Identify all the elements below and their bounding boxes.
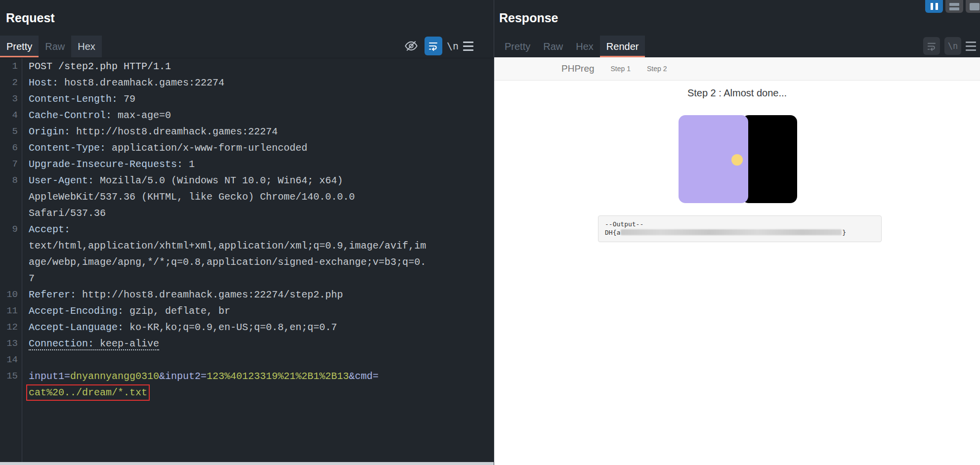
single-pane-layout-button[interactable]	[966, 0, 980, 13]
redacted-flag	[621, 229, 842, 235]
request-line: 13Connection: keep-alive	[0, 336, 494, 352]
response-editor-toolbar: \n	[923, 36, 976, 56]
request-line: Safari/537.36	[0, 205, 494, 221]
word-wrap-toggle-disabled[interactable]	[923, 37, 940, 55]
request-line: 14	[0, 352, 494, 368]
request-line: 5Origin: http://host8.dreamhack.games:22…	[0, 124, 494, 140]
tab-hex[interactable]: Hex	[71, 36, 102, 57]
request-line: 9Accept:	[0, 221, 494, 238]
tab-render[interactable]: Render	[600, 36, 645, 57]
repeater-layout-controls	[925, 0, 980, 13]
request-panel: Request PrettyRawHex \n 1POST /step2.php…	[0, 0, 494, 465]
door-opening	[742, 115, 797, 203]
request-editor-toolbar: \n	[402, 35, 473, 57]
output-label: --Output--	[605, 220, 875, 228]
tab-pretty[interactable]: Pretty	[0, 36, 39, 57]
request-line: cat%20../dream/*.txt	[0, 384, 494, 401]
rendered-page: PHPreg Step 1Step 2 Step 2 : Almost done…	[494, 57, 980, 465]
pause-button[interactable]	[925, 0, 943, 13]
request-line: 12Accept-Language: ko-KR,ko;q=0.9,en-US;…	[0, 319, 494, 336]
request-line: 2Host: host8.dreamhack.games:22274	[0, 75, 494, 91]
request-line: 11Accept-Encoding: gzip, deflate, br	[0, 303, 494, 319]
door-knob	[731, 154, 743, 166]
request-line: AppleWebKit/537.36 (KHTML, like Gecko) C…	[0, 189, 494, 205]
horizontal-scrollbar[interactable]	[0, 462, 494, 465]
square-layout-icon	[970, 3, 980, 10]
eye-slash-icon	[403, 39, 419, 53]
tab-hex[interactable]: Hex	[569, 36, 600, 57]
response-panel: Response PrettyRawHexRender \n PH	[494, 0, 980, 465]
door-image	[679, 115, 797, 203]
step-heading: Step 2 : Almost done...	[494, 87, 980, 99]
rows-layout-icon	[949, 3, 959, 10]
tab-pretty[interactable]: Pretty	[498, 36, 537, 57]
hide-nonprintable-icon[interactable]	[402, 37, 420, 55]
request-line: age/webp,image/apng,*/*;q=0.8,applicatio…	[0, 254, 494, 270]
flag-line: DH{a}	[605, 228, 875, 237]
word-wrap-icon	[428, 41, 438, 51]
tab-raw[interactable]: Raw	[537, 36, 569, 57]
response-tabs: PrettyRawHexRender	[498, 36, 645, 57]
request-title: Request	[6, 11, 55, 25]
nav-brand[interactable]: PHPreg	[561, 63, 595, 74]
request-line: 8User-Agent: Mozilla/5.0 (Windows NT 10.…	[0, 172, 494, 189]
nav-item-step-2[interactable]: Step 2	[647, 65, 667, 73]
rows-layout-button[interactable]	[945, 0, 963, 13]
request-editor[interactable]: 1POST /step2.php HTTP/1.12Host: host8.dr…	[0, 58, 494, 462]
request-line: 7Upgrade-Insecure-Requests: 1	[0, 156, 494, 172]
nav-item-step-1[interactable]: Step 1	[611, 65, 631, 73]
response-title: Response	[499, 11, 558, 25]
page-navbar: PHPreg Step 1Step 2	[494, 57, 980, 81]
show-newlines-toggle[interactable]: \n	[447, 40, 459, 52]
request-line: 4Cache-Control: max-age=0	[0, 107, 494, 124]
word-wrap-icon	[927, 42, 937, 51]
show-newlines-toggle-disabled[interactable]: \n	[944, 37, 961, 55]
request-line: 1POST /step2.php HTTP/1.1	[0, 58, 494, 75]
request-lines: 1POST /step2.php HTTP/1.12Host: host8.dr…	[0, 58, 494, 401]
word-wrap-toggle[interactable]	[425, 37, 442, 55]
request-line: 3Content-Length: 79	[0, 91, 494, 107]
request-line: 7	[0, 270, 494, 287]
editor-menu-icon[interactable]	[966, 42, 976, 51]
request-line: text/html,application/xhtml+xml,applicat…	[0, 238, 494, 254]
request-line: 6Content-Type: application/x-www-form-ur…	[0, 140, 494, 156]
request-tabs: PrettyRawHex	[0, 36, 102, 57]
nav-links: Step 1Step 2	[595, 65, 667, 73]
request-line: 10Referer: http://host8.dreamhack.games:…	[0, 287, 494, 303]
tab-raw[interactable]: Raw	[39, 36, 71, 57]
output-box: --Output-- DH{a}	[598, 215, 882, 242]
request-line: 15input1=dnyannyangg0310&input2=123%4012…	[0, 368, 494, 384]
gutter-divider	[22, 58, 22, 462]
editor-menu-icon[interactable]	[463, 42, 473, 51]
pause-icon	[931, 3, 938, 10]
